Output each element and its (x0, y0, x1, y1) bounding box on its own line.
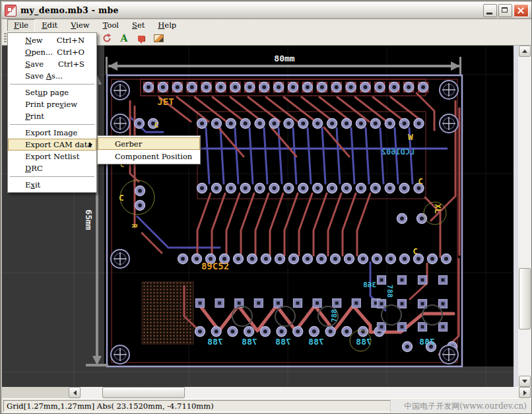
menubar-item-help[interactable]: Help (151, 19, 183, 32)
pcb-silk-label: W (408, 132, 413, 142)
cam-submenu: GerberComponent Position (97, 135, 201, 164)
up-arrow-icon (522, 50, 527, 53)
down-arrow-icon (522, 380, 527, 383)
scroll-left-button[interactable] (69, 387, 81, 398)
file-menu-item-exit[interactable]: Exit (8, 179, 96, 191)
file-menu-item-export-netlist[interactable]: Export Netlist (8, 151, 96, 162)
pcb-silk-label: LCD1602 (382, 147, 415, 156)
scroll-right-button[interactable] (519, 387, 531, 398)
window-title: my_demo.mb3 - mbe (17, 5, 119, 15)
horizontal-scroll-thumb[interactable] (102, 387, 185, 398)
window-controls (483, 4, 531, 17)
pcb-silk-label: XL (433, 204, 442, 213)
file-menu-item-save[interactable]: SaveCtrl+S (8, 58, 96, 70)
menu-separator (10, 176, 94, 177)
pcb-silk-label: 788 (308, 337, 324, 347)
menu-separator (10, 84, 94, 85)
pcb-silk-label: 788 (330, 309, 339, 322)
submenu-item-component-position[interactable]: Component Position (98, 150, 200, 162)
pcb-silk-label: R (131, 224, 138, 228)
scroll-down-button[interactable] (519, 376, 531, 387)
pcb-silk-label: C (154, 121, 159, 129)
menu-bar: FileEditViewToolSetHelp (2, 19, 531, 31)
status-text: Grid[1.27mm,1.27mm] Abs( 23.1520mm, -4.7… (7, 401, 214, 411)
file-menu-item-export-image[interactable]: Export Image (8, 127, 96, 139)
maximize-button[interactable] (498, 4, 512, 17)
close-icon (517, 7, 524, 14)
maximize-icon (502, 7, 508, 13)
toolbar-icons: A (100, 32, 165, 45)
file-menu-item-save-as[interactable]: Save As... (8, 70, 96, 82)
left-arrow-icon (73, 390, 77, 396)
pcb-silk-label: C (119, 193, 124, 203)
pcb-silk-label: 788 (275, 337, 291, 347)
image-icon[interactable] (152, 32, 165, 45)
scrollbar-spacer (2, 387, 69, 398)
application-window: my_demo.mb3 - mbe FileEditViewToolSetHel… (0, 0, 532, 414)
pcb-silk-label: JET (157, 96, 174, 107)
right-arrow-icon (523, 390, 527, 396)
vertical-scroll-thumb[interactable] (519, 268, 531, 329)
rotate-icon[interactable] (100, 32, 114, 45)
pcb-silk-label: 788 (356, 337, 372, 347)
vertical-scrollbar[interactable] (518, 46, 531, 387)
title-bar[interactable]: my_demo.mb3 - mbe (2, 2, 531, 19)
pcb-silk-label: 788 (207, 337, 223, 347)
pcb-silk-label: 368 (363, 281, 376, 289)
pcb-silk-label: 89C52 (201, 261, 229, 271)
pcb-silk-label: C (418, 177, 422, 186)
pcb-silk-label: C (413, 247, 417, 256)
file-menu-item-new[interactable]: NewCtrl+N (8, 34, 96, 46)
app-icon (5, 5, 17, 17)
file-menu-item-setup-page[interactable]: Setup page (8, 86, 96, 98)
dimension-label: 65mm (84, 209, 94, 230)
horizontal-scrollbar[interactable] (2, 387, 531, 398)
toolbar-grip[interactable] (4, 33, 7, 43)
file-menu-item-print[interactable]: Print (8, 110, 96, 122)
minimize-button[interactable] (483, 4, 497, 17)
pcb-silk-label: 788 (385, 285, 394, 298)
scroll-up-button[interactable] (519, 46, 531, 57)
menubar-item-edit[interactable]: Edit (35, 19, 64, 32)
menubar-item-tool[interactable]: Tool (96, 19, 125, 32)
submenu-arrow-icon (89, 142, 92, 147)
watermark: 中国电子开发网(www.ourdev.cn) (390, 400, 530, 412)
file-menu-item-drc[interactable]: DRC (8, 162, 96, 174)
file-menu-item-export-cam-data[interactable]: Export CAM data (8, 139, 96, 151)
file-menu-item-open[interactable]: Open...Ctrl+O (8, 46, 96, 58)
file-menu: NewCtrl+NOpen...Ctrl+OSaveCtrl+SSave As.… (7, 32, 97, 193)
submenu-item-gerber[interactable]: Gerber (98, 137, 200, 150)
menubar-item-set[interactable]: Set (125, 19, 151, 32)
text-icon[interactable]: A (117, 32, 131, 45)
pcb-silk-label: 788 (242, 337, 257, 347)
file-menu-item-print-preview[interactable]: Print preview (8, 98, 96, 110)
menubar-item-view[interactable]: View (64, 19, 96, 32)
status-bar: Grid[1.27mm,1.27mm] Abs( 23.1520mm, -4.7… (2, 398, 531, 413)
close-button[interactable] (514, 4, 529, 17)
menu-separator (10, 124, 94, 125)
dimension-label: 80mm (274, 53, 294, 63)
pcb-silk-label: 788 (419, 337, 435, 347)
minimize-icon (486, 13, 492, 15)
flag-icon[interactable] (135, 32, 148, 45)
menubar-item-file[interactable]: File (7, 19, 35, 32)
